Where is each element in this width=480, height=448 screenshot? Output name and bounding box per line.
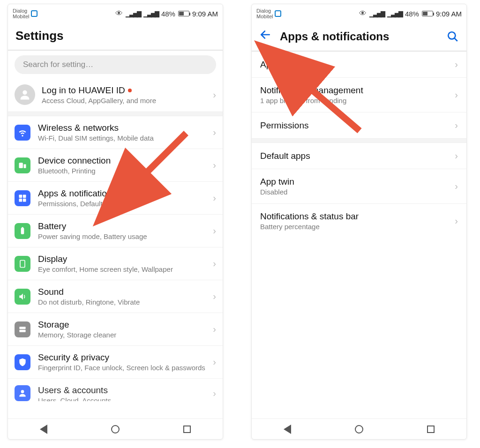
nav-back-button[interactable] <box>38 424 49 434</box>
status-bar: Dialog Mobitel 👁 ▁▃▅▇ ▁▃▅▇ 48% 9:09 AM <box>252 4 466 23</box>
chevron-right-icon: › <box>455 181 458 192</box>
shield-icon <box>15 354 30 370</box>
svg-rect-2 <box>24 164 26 168</box>
nav-recent-button[interactable] <box>182 424 192 434</box>
apps-icon <box>15 190 30 206</box>
svg-rect-7 <box>21 228 24 234</box>
row-users-accounts[interactable]: Users & accounts Users, Cloud, Accounts … <box>8 378 223 408</box>
chevron-right-icon: › <box>209 291 216 302</box>
avatar-icon <box>15 84 35 105</box>
row-title: Notifications & status bar <box>260 211 455 222</box>
row-subtitle: Do not disturb, Ringtone, Vibrate <box>38 298 209 306</box>
row-notifications-management[interactable]: Notifications management 1 app blocked f… <box>252 77 466 112</box>
row-title: Device connection <box>38 156 209 166</box>
sound-icon <box>15 289 30 305</box>
svg-point-15 <box>448 32 455 39</box>
row-permissions[interactable]: Permissions › <box>252 112 466 138</box>
row-subtitle: Users, Cloud, Accounts <box>38 396 209 401</box>
row-subtitle: Wi-Fi, Dual SIM settings, Mobile data <box>38 134 209 142</box>
user-icon <box>15 385 30 401</box>
search-button[interactable] <box>443 30 459 43</box>
svg-rect-9 <box>20 260 25 267</box>
row-wireless-networks[interactable]: Wireless & networks Wi-Fi, Dual SIM sett… <box>8 116 223 149</box>
row-storage[interactable]: Storage Memory, Storage cleaner › <box>8 313 223 345</box>
chevron-right-icon: › <box>209 127 216 138</box>
nav-home-button[interactable] <box>354 424 364 434</box>
display-icon <box>15 256 30 272</box>
row-sound[interactable]: Sound Do not disturb, Ringtone, Vibrate … <box>8 280 223 313</box>
row-title: Notifications management <box>260 85 455 96</box>
row-title: Sound <box>38 287 209 297</box>
signal-icon: ▁▃▅▇ <box>369 10 384 17</box>
apps-content[interactable]: Apps › Notifications management 1 app bl… <box>252 52 466 418</box>
battery-icon <box>422 11 433 16</box>
carrier-label: Dialog Mobitel <box>256 8 273 19</box>
nav-home-button[interactable] <box>110 424 120 434</box>
row-subtitle: Disabled <box>260 188 455 196</box>
signal-4g-icon: ▁▃▅▇ <box>387 10 402 17</box>
chevron-right-icon: › <box>209 357 216 367</box>
signal-icon: ▁▃▅▇ <box>126 10 141 17</box>
phone-settings: Dialog Mobitel 👁 ▁▃▅▇ ▁▃▅▇ 48% 9:09 AM S… <box>8 4 223 440</box>
login-subtitle: Access Cloud, AppGallery, and more <box>42 97 209 105</box>
back-button[interactable] <box>259 29 275 44</box>
battery-icon <box>15 223 30 239</box>
wifi-icon <box>15 125 30 141</box>
row-display[interactable]: Display Eye comfort, Home screen style, … <box>8 247 223 280</box>
svg-rect-3 <box>19 194 22 198</box>
chevron-right-icon: › <box>209 90 216 100</box>
nav-bar <box>8 418 223 439</box>
row-title: Apps <box>260 60 455 70</box>
phone-apps-notifications: Dialog Mobitel 👁 ▁▃▅▇ ▁▃▅▇ 48% 9:09 AM A… <box>251 4 467 440</box>
row-subtitle: Memory, Storage cleaner <box>38 331 209 339</box>
settings-content[interactable]: Search for setting… Log in to HUAWEI ID … <box>8 51 223 418</box>
page-title: Settings <box>15 29 215 43</box>
svg-rect-1 <box>19 163 23 168</box>
row-title: App twin <box>260 177 455 187</box>
row-title: Display <box>38 254 209 264</box>
eye-comfort-icon: 👁 <box>359 9 367 18</box>
notification-icon <box>275 10 281 17</box>
eye-comfort-icon: 👁 <box>115 9 123 18</box>
svg-rect-8 <box>22 227 23 228</box>
nav-recent-button[interactable] <box>426 424 436 434</box>
row-subtitle: Eye comfort, Home screen style, Wallpape… <box>38 265 209 273</box>
login-row[interactable]: Log in to HUAWEI ID Access Cloud, AppGal… <box>8 78 223 112</box>
signal-4g-icon: ▁▃▅▇ <box>143 10 158 17</box>
row-title: Security & privacy <box>38 352 209 363</box>
row-notifications-status-bar[interactable]: Notifications & status bar Battery perce… <box>252 203 466 238</box>
svg-point-0 <box>22 90 27 95</box>
svg-line-16 <box>454 38 458 41</box>
row-title: Apps & notifications <box>38 188 209 199</box>
svg-rect-6 <box>23 198 26 202</box>
page-title: Apps & notifications <box>275 30 443 43</box>
clock: 9:09 AM <box>436 10 462 18</box>
battery-percent: 48% <box>161 10 175 18</box>
chevron-right-icon: › <box>209 258 216 269</box>
chevron-right-icon: › <box>455 120 458 131</box>
row-security-privacy[interactable]: Security & privacy Fingerprint ID, Face … <box>8 345 223 378</box>
row-app-twin[interactable]: App twin Disabled › <box>252 169 466 203</box>
login-title: Log in to HUAWEI ID <box>42 85 209 96</box>
clock: 9:09 AM <box>192 10 218 18</box>
status-bar: Dialog Mobitel 👁 ▁▃▅▇ ▁▃▅▇ 48% 9:09 AM <box>8 4 223 23</box>
row-title: Default apps <box>260 151 455 161</box>
row-device-connection[interactable]: Device connection Bluetooth, Printing › <box>8 149 223 181</box>
row-battery[interactable]: Battery Power saving mode, Battery usage… <box>8 214 223 247</box>
row-apps[interactable]: Apps › <box>252 52 466 77</box>
chevron-right-icon: › <box>455 216 458 226</box>
apps-header: Apps & notifications <box>252 23 466 52</box>
battery-icon <box>178 11 189 16</box>
alert-dot-icon <box>128 89 132 92</box>
row-apps-notifications[interactable]: Apps & notifications Permissions, Defaul… <box>8 181 223 214</box>
row-title: Users & accounts <box>38 385 209 396</box>
storage-icon <box>15 321 30 337</box>
row-subtitle: 1 app blocked from sending <box>260 97 455 105</box>
search-placeholder: Search for setting… <box>23 60 93 69</box>
row-title: Wireless & networks <box>38 123 209 133</box>
chevron-right-icon: › <box>209 324 216 335</box>
row-default-apps[interactable]: Default apps › <box>252 143 466 169</box>
search-input[interactable]: Search for setting… <box>15 55 216 74</box>
nav-back-button[interactable] <box>282 424 292 434</box>
chevron-right-icon: › <box>455 150 458 161</box>
